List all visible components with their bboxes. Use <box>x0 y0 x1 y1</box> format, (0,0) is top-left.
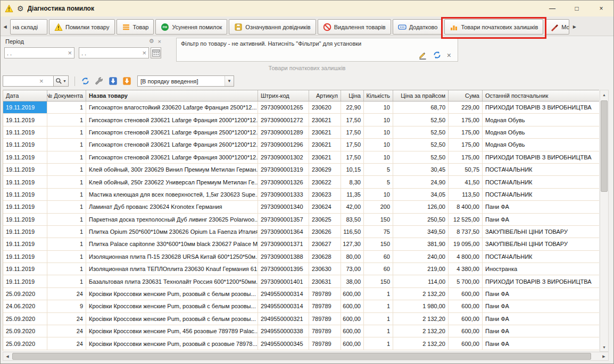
cell[interactable]: Кросівки Кроссовки женские Pum, розовый … <box>86 313 258 325</box>
cell[interactable]: 2973090001296 <box>258 139 309 150</box>
close-button[interactable]: × <box>589 1 613 16</box>
cell[interactable]: 175,00 <box>449 126 483 138</box>
cell[interactable]: 2973090001357 <box>258 214 309 225</box>
cell[interactable]: Кросівки Кроссовки женские Pum, розовый … <box>86 288 258 300</box>
cell[interactable]: Пани ФА <box>483 288 599 300</box>
cell[interactable]: 25.09.2020 <box>3 288 47 300</box>
cell[interactable]: ПОСТАЧАЛЬНИК <box>483 164 599 175</box>
tab-on-stock[interactable]: на складі <box>10 19 47 35</box>
cell[interactable]: Плитка Palace capitonne 330*600*10мм bla… <box>86 238 258 250</box>
cell[interactable]: 2973090001289 <box>258 126 309 138</box>
cell[interactable]: 22,90 <box>341 101 364 113</box>
cell[interactable]: 19.11.2019 <box>3 114 47 125</box>
cell[interactable]: Гипсокартон стеновой 230621 Lafarge Фран… <box>86 126 258 138</box>
cell[interactable]: 127,30 <box>341 238 364 250</box>
cell[interactable]: 250,50 <box>393 214 449 225</box>
cell[interactable]: 789789 <box>309 313 341 325</box>
cell[interactable]: 19.11.2019 <box>3 139 47 150</box>
import-blue-button[interactable] <box>107 76 118 87</box>
cell[interactable]: 5 <box>364 176 393 188</box>
cell[interactable]: Пани ФА <box>483 325 599 337</box>
cell[interactable]: ПОСТАЧАЛЬНИК <box>483 189 599 200</box>
cell[interactable]: 9 <box>47 300 86 312</box>
table-row[interactable]: 19.11.20191Гипсокартон стеновой 230621 L… <box>3 139 599 151</box>
cell[interactable]: 600,00 <box>449 300 483 312</box>
horizontal-scroll-thumb[interactable] <box>12 353 591 360</box>
table-row[interactable]: 19.11.20191Плитка Opium 250*600*10мм 230… <box>3 226 599 238</box>
vertical-scrollbar[interactable]: ▲ ▼ <box>600 90 609 352</box>
scroll-down-icon[interactable]: ▼ <box>600 343 608 351</box>
table-row[interactable]: 25.09.202024Кросівки Кроссовки женские P… <box>3 325 599 337</box>
cell[interactable]: 600,00 <box>449 288 483 300</box>
cell[interactable]: 240,00 <box>393 251 449 263</box>
table-row[interactable]: 19.11.20191Гипсокартон стеновой 230621 L… <box>3 114 599 126</box>
cell[interactable]: 789789 <box>309 288 341 300</box>
cell[interactable]: 8,30 <box>341 176 364 188</box>
cell[interactable]: 24 <box>47 325 86 337</box>
cell[interactable]: Плитка Opium 250*600*10мм 230626 Opium L… <box>86 226 258 238</box>
column-header[interactable]: Назва товару <box>86 90 258 101</box>
cell[interactable]: 4 800,00 <box>449 251 483 263</box>
cell[interactable]: 1 <box>47 114 86 125</box>
cell[interactable]: 600,00 <box>449 337 483 349</box>
cell[interactable]: 30,45 <box>393 164 449 175</box>
cell[interactable]: 600,00 <box>341 300 364 312</box>
cell[interactable]: 230626 <box>309 226 341 238</box>
cell[interactable]: 10 <box>364 114 393 125</box>
cell[interactable]: 75 <box>364 226 393 238</box>
cell[interactable]: 52,50 <box>393 139 449 150</box>
cell[interactable]: 600,00 <box>449 313 483 325</box>
cell[interactable]: 1 <box>364 337 393 349</box>
cell[interactable]: 1 <box>47 189 86 200</box>
cell[interactable]: 19.11.2019 <box>3 151 47 163</box>
cell[interactable]: Изоляционная плита ТЕПЛОплита 230630 Kna… <box>86 263 258 275</box>
cell[interactable]: Модная Обувь <box>483 126 599 138</box>
cell[interactable]: 2 132,20 <box>393 288 449 300</box>
tab-delete-products[interactable]: Видалення товарів <box>318 19 391 35</box>
cell[interactable]: 230622 <box>309 176 341 188</box>
table-row[interactable]: 19.11.20191Паркетная доска трехполосный … <box>3 214 599 226</box>
cell[interactable]: 2973090001388 <box>258 251 309 263</box>
cell[interactable]: 150 <box>364 214 393 225</box>
cell[interactable]: 1 <box>47 275 86 287</box>
cell[interactable]: 19.11.2019 <box>3 101 47 113</box>
column-header[interactable]: № Документа <box>47 90 86 101</box>
tab-product-errors[interactable]: Помилки товару <box>49 19 115 35</box>
cell[interactable]: 19.11.2019 <box>3 226 47 238</box>
clear-filter-icon[interactable]: × <box>447 52 451 59</box>
tab-additional[interactable]: Додатково <box>393 19 443 35</box>
cell[interactable]: 230621 <box>309 151 341 163</box>
cell[interactable]: 230624 <box>309 201 341 213</box>
cell[interactable]: 34,05 <box>393 189 449 200</box>
column-header[interactable]: Ціна за прайсом <box>393 90 449 101</box>
cell[interactable]: 17,50 <box>341 114 364 125</box>
cell[interactable]: 19.11.2019 <box>3 238 47 250</box>
cell[interactable]: 24 <box>47 288 86 300</box>
cell[interactable]: 150 <box>364 275 393 287</box>
maximize-button[interactable]: □ <box>565 1 589 16</box>
cell[interactable]: 230631 <box>309 275 341 287</box>
cell[interactable]: 1 <box>47 201 86 213</box>
cell[interactable]: 25.09.2020 <box>3 325 47 337</box>
cell[interactable]: 1 <box>47 164 86 175</box>
cell[interactable]: 60 <box>364 251 393 263</box>
tab-fix-errors[interactable]: FIX Усунення помилок <box>155 19 227 35</box>
cell[interactable]: 52,50 <box>393 126 449 138</box>
cell[interactable]: 230627 <box>309 238 341 250</box>
table-row[interactable]: 19.11.20191Ламинат Дуб прованс 230624 Kr… <box>3 201 599 213</box>
cell[interactable]: 1 <box>47 226 86 238</box>
date-to-input[interactable]: . . × <box>79 47 149 58</box>
cell[interactable]: 2949550000338 <box>258 325 309 337</box>
cell[interactable]: 2973090001265 <box>258 101 309 113</box>
cell[interactable]: 381,90 <box>393 238 449 250</box>
cell[interactable]: 1 <box>47 139 86 150</box>
cell[interactable]: Клей обойный, 300г 230629 Винил Премиум … <box>86 164 258 175</box>
search-input[interactable] <box>5 78 39 84</box>
table-row[interactable]: 19.11.20191Гипсокартон стеновой 230621 L… <box>3 126 599 139</box>
cell[interactable]: 60 <box>364 263 393 275</box>
cell[interactable]: 24.06.2020 <box>3 300 47 312</box>
table-row[interactable]: 19.11.20191Мастика клеющая для всех пове… <box>3 189 599 201</box>
table-row[interactable]: 24.06.20209Кросівки Кроссовки женские Pu… <box>3 300 599 312</box>
cell[interactable]: 25.09.2020 <box>3 313 47 325</box>
cell[interactable]: 219,00 <box>393 263 449 275</box>
